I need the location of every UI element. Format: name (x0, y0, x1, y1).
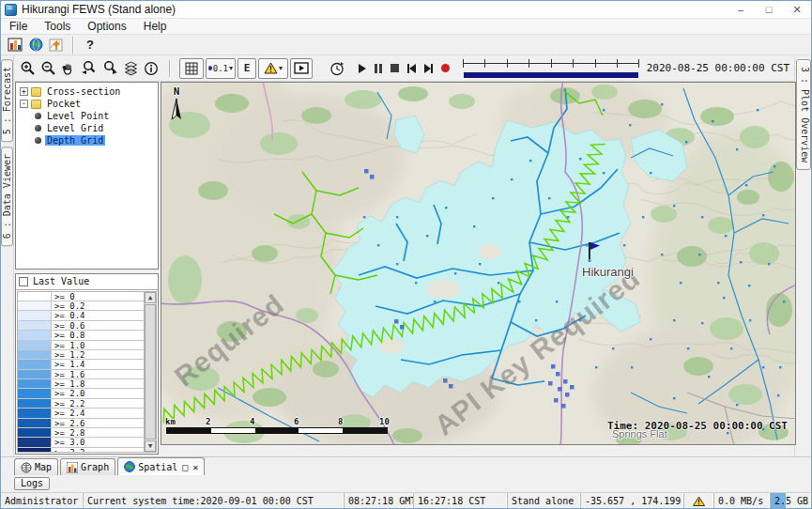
legend-scrollbar[interactable]: ▲ ▼ (144, 291, 157, 453)
status-coordinates: -35.657 , 174.199 (581, 493, 684, 508)
data-panel: + Cross-section - Pocket Level P (14, 82, 161, 456)
grid-toggle-button[interactable] (179, 58, 204, 79)
tab-forecast[interactable]: 5 : Forecast (1, 59, 13, 142)
warning-triangle-icon (693, 496, 705, 506)
collapse-icon[interactable]: - (20, 100, 28, 108)
tab-graph[interactable]: Graph (60, 458, 115, 475)
maximize-button[interactable]: □ (755, 1, 783, 18)
minimize-button[interactable]: – (727, 1, 755, 18)
tree-item-level-point[interactable]: Level Point (18, 110, 158, 122)
map-toolbar: 0.1 ▾ E ▾ (14, 55, 794, 82)
expand-icon[interactable]: + (20, 87, 28, 96)
tree-item-depth-grid[interactable]: Depth Grid (18, 134, 158, 147)
legend-row: >= 0.4 (18, 311, 144, 320)
legend-row: >= 2.8 (18, 428, 144, 438)
legend-row: >= 1.8 (18, 379, 144, 389)
step-back-button[interactable] (407, 64, 416, 73)
scale-bar: km 2 4 6 8 10 (165, 417, 400, 436)
node-bullet-icon (35, 125, 41, 131)
zoom-next-icon[interactable] (100, 57, 120, 80)
zoom-previous-icon[interactable] (79, 57, 100, 80)
main-toolbar: ? (1, 35, 811, 55)
thresholds-dropdown[interactable]: ▾ (258, 58, 288, 79)
legend-row: >= 2.6 (18, 419, 144, 428)
last-value-checkbox[interactable] (19, 277, 28, 286)
tab-map[interactable]: Map (14, 458, 58, 475)
legend-row: >= 2.0 (18, 389, 144, 398)
spatial-globe-icon (124, 461, 135, 472)
legend-row: >= 2.2 (18, 399, 144, 409)
labels-button-glyph: E (244, 62, 251, 74)
legend-row: >= 0 (18, 292, 144, 301)
tab-plot-overview[interactable]: 3 : Plot Overview (796, 59, 811, 170)
record-button[interactable] (441, 64, 450, 72)
database-icon[interactable] (5, 36, 25, 54)
zoom-in-icon[interactable] (17, 57, 38, 80)
legend-row: >= 1.2 (18, 350, 144, 360)
status-memory-gauge: 2.5 GB (771, 493, 811, 508)
legend-table: >= 0 >= 0.2 >= 0.4 >= 0.6 >= 0.8 >= 1.0 … (17, 291, 144, 453)
tab-maximize-icon[interactable]: □ (182, 462, 188, 472)
close-button[interactable]: ✕ (783, 1, 811, 18)
adjust-time-icon[interactable] (327, 57, 347, 80)
status-local-time: 16:27:18 CST (414, 493, 508, 508)
tree-item-cross-section[interactable]: + Cross-section (18, 85, 158, 98)
scroll-up-icon[interactable]: ▲ (145, 292, 156, 303)
map-viewport[interactable]: Required API Key Required N Hikurangi Sp… (161, 82, 796, 445)
pan-hand-icon[interactable] (58, 57, 79, 80)
menu-bar: File Tools Options Help (1, 19, 811, 35)
scroll-down-icon[interactable]: ▼ (145, 440, 156, 452)
tree-item-level-grid[interactable]: Level Grid (18, 122, 158, 134)
app-window: Hikurangi FEWS (Stand alone) – □ ✕ File … (0, 0, 812, 509)
animation-button[interactable] (290, 58, 313, 79)
chevron-down-icon: ▾ (229, 64, 233, 72)
title-bar: Hikurangi FEWS (Stand alone) – □ ✕ (1, 1, 811, 19)
north-arrow: N (169, 85, 184, 124)
logs-button[interactable]: Logs (14, 477, 50, 490)
left-tab-strip: 5 : Forecast 6 : Data Viewer (1, 55, 14, 456)
logs-row: Logs (1, 475, 811, 492)
legend-row: >= 1.4 (18, 360, 144, 369)
status-gmt-time: 08:27:18 GMT (345, 493, 414, 508)
menu-help[interactable]: Help (135, 20, 176, 33)
tab-spatial[interactable]: Spatial □ ✕ (117, 457, 205, 475)
tab-close-icon[interactable]: ✕ (192, 462, 198, 472)
legend-row: >= 2.4 (18, 409, 144, 418)
town-label: Hikurangi (582, 265, 634, 279)
pause-button[interactable] (375, 64, 382, 73)
step-forward-button[interactable] (424, 64, 433, 73)
point-dot-icon (208, 66, 212, 70)
zoom-out-icon[interactable] (38, 57, 58, 80)
legend-row: >= 1.0 (18, 341, 144, 350)
legend-panel: Last Value >= 0 >= 0.2 >= 0.4 >= 0.6 >= … (15, 273, 159, 455)
labels-toggle-button[interactable]: E (237, 58, 256, 79)
layers-icon[interactable] (120, 57, 141, 80)
help-button[interactable]: ? (80, 36, 100, 54)
status-user: Administrator (1, 493, 84, 508)
menu-tools[interactable]: Tools (36, 20, 79, 33)
stop-button[interactable] (391, 64, 399, 72)
legend-row: >= 0.2 (18, 301, 144, 311)
info-icon[interactable] (141, 57, 161, 80)
globe-icon[interactable] (25, 36, 46, 54)
time-slider[interactable] (463, 59, 639, 78)
menu-file[interactable]: File (1, 20, 36, 33)
status-mode: Stand alone (508, 493, 581, 508)
map-time-overlay: Time: 2020-08-25 00:00:00 CST (607, 420, 788, 432)
menu-options[interactable]: Options (79, 20, 134, 33)
map-filler (161, 445, 794, 456)
folder-icon (31, 87, 41, 97)
scrollbar-thumb[interactable] (145, 304, 156, 440)
layer-tree: + Cross-section - Pocket Level P (15, 82, 159, 270)
legend-row: >= 3.2 (18, 448, 144, 453)
tree-item-pocket[interactable]: - Pocket (18, 98, 158, 110)
status-bar: Administrator Current system time:2020-0… (1, 492, 811, 508)
tab-data-viewer[interactable]: 6 : Data Viewer (1, 147, 13, 246)
bar-chart-icon (67, 462, 78, 473)
point-size-dropdown[interactable]: 0.1 ▾ (206, 58, 236, 79)
folder-open-icon (31, 100, 41, 109)
play-button[interactable] (359, 64, 366, 73)
node-bullet-icon (35, 113, 41, 119)
app-logo-icon (5, 4, 17, 16)
timeseries-chart-icon[interactable] (46, 36, 67, 54)
